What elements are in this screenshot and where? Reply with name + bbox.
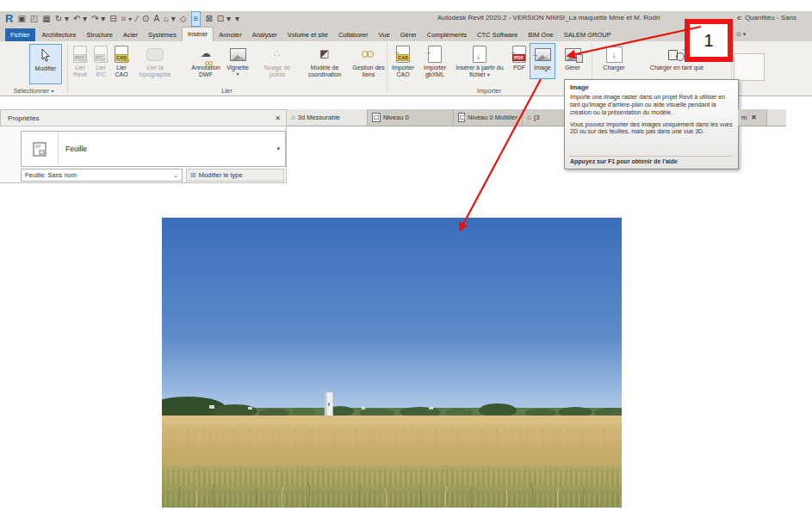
tab-salem-group[interactable]: SALEM GROUP [559,28,617,41]
ifc-file-icon: IFC [94,44,108,65]
tab-complements[interactable]: Compléments [422,28,472,41]
tab-ctc-software[interactable]: CTC Software [472,28,523,41]
edit-type-icon: ⊞ [190,171,196,179]
dwf-markup-icon: ☁ [201,44,211,65]
tab-volume-et-site[interactable]: Volume et site [282,28,333,41]
tab-architecture[interactable]: Architecture [37,28,82,41]
3d-view-icon: ⌂ [291,114,295,121]
annotation-dwf-button[interactable]: ☁ Annotation DWF [188,44,224,83]
panel-label-importer: Importer [387,87,592,95]
load-family-icon: ↓ [606,44,623,65]
vignette-button[interactable]: Vignette ▾ [224,44,251,83]
importer-cao-button[interactable]: →CAD Importer CAO [387,44,418,83]
step-number-box: 1 [685,19,733,62]
tooltip-paragraph-2: Vous pouvez importer des images uniqueme… [570,121,733,137]
sheet-type-icon [22,132,59,166]
view-tab-niveau-0-mobilier[interactable]: Niveau 0 Mobilier [454,109,523,126]
nuage-de-points-button: ∴ Nuage de points [257,44,298,83]
lier-topographie-button: Lier la topographie [133,44,177,83]
point-cloud-icon: ∴ [274,44,281,65]
window-title: Autodesk Revit 2020.2 - VERSION NIMSI_La… [437,14,685,22]
tab-collaborer[interactable]: Collaborer [333,28,374,41]
open-icon[interactable]: ◰ [30,12,38,26]
charger-button[interactable]: ↓ Charger [594,44,634,83]
tab-systemes[interactable]: Systèmes [143,28,182,41]
pdf-button[interactable]: →PDF PDF [508,44,530,83]
tooltip-title: Image [570,83,733,91]
type-selector[interactable]: Feuille ▾ [21,131,286,167]
panel-label-selectionner[interactable]: Sélectionner ▾ [0,87,67,95]
sync-icon[interactable]: ↻ ▾ [55,12,69,26]
cursor-icon [40,45,52,65]
tab-inserer[interactable]: Insérer [182,27,214,41]
3d-view-icon: ⌂ [527,114,531,121]
imported-photo-wheat-field [162,218,622,508]
instance-selector[interactable]: Feuille: Sans nom ⌄ [21,169,183,182]
import-gbxml-icon: → [428,44,442,65]
cad-file-link-icon: CAD [115,44,128,65]
modele-coordination-button[interactable]: ◩ Modèle de coordination [298,44,351,83]
tab-vue[interactable]: Vue [374,28,395,41]
thin-lines-icon[interactable]: ≡ [191,11,201,27]
insert-from-file-icon: ↓ [473,44,487,65]
view-tab-3d-partial[interactable]: ⌂ {3 [523,109,564,126]
view-tab-partial-right[interactable]: m ✕ [738,109,786,126]
modifier-button[interactable]: Modifier [29,44,62,84]
tooltip-paragraph-1: Importe une image raster dans un projet … [570,94,733,116]
panel-separator [67,43,68,93]
redo-icon[interactable]: ↷ ▾ [91,12,105,26]
render-icon[interactable]: ◇ [180,12,187,26]
decal-thumbnail-icon [230,44,246,65]
view-tab-3d-messurable[interactable]: ⌂ 3d Messurable [287,109,368,126]
water-tower [325,392,333,416]
pdf-file-icon: →PDF [512,44,526,65]
lier-cao-button[interactable]: CAD Lier CAO [110,44,133,83]
save-icon[interactable]: ▦ [42,12,50,26]
image-tooltip: Image Importe une image raster dans un p… [564,79,739,169]
panel-label-lier: Lier [67,87,387,95]
tab-fichier[interactable]: Fichier [5,28,35,41]
close-hidden-windows-icon[interactable]: ⊠ [205,12,212,26]
close-view-icon[interactable]: ✕ [751,114,756,121]
arrow-to-photo [460,79,541,231]
tab-acier[interactable]: Acier [118,28,143,41]
view-tab-edge [766,109,786,126]
revit-logo-icon[interactable]: R [5,12,13,26]
text-icon[interactable]: A [153,12,159,26]
lier-ifc-button: IFC Lier IFC [91,44,110,83]
tab-analyser[interactable]: Analyser [247,28,282,41]
measure-icon[interactable]: ⌗ ▾ [121,12,133,26]
undo-icon[interactable]: ↶ ▾ [73,12,87,26]
plan-view-icon [372,113,381,122]
tab-gerer[interactable]: Gérer [395,28,422,41]
importer-gbxml-button[interactable]: → Importer gbXML [418,44,451,83]
gestion-des-liens-button[interactable]: Gestion des liens [351,44,386,83]
tooltip-footer: Appuyez sur F1 pour obtenir de l'aide [570,156,733,166]
aligned-dimension-icon[interactable]: ∕ [136,12,138,26]
image-import-icon: → [535,44,551,65]
type-selector-caret-icon[interactable]: ▾ [276,145,280,152]
image-button[interactable]: → Image [530,43,555,79]
properties-header: Propriétés ✕ [0,109,287,126]
switch-windows-icon[interactable]: ⊡ ▾ [217,12,231,26]
manage-images-icon [565,44,581,65]
tab-bim-one[interactable]: BIM One [523,28,559,41]
view-tab-niveau-0[interactable]: Niveau 0 [368,109,454,126]
tab-annoter[interactable]: Annoter [214,28,246,41]
close-properties-icon[interactable]: ✕ [275,114,281,122]
topography-icon [146,44,164,65]
gerer-images-button[interactable]: Gérer [556,44,589,83]
default-3d-view-icon[interactable]: ⌂ ▾ [164,12,176,26]
customize-qat-icon[interactable]: ▾ [235,12,239,26]
modify-dropdown-icon[interactable]: ⊙ ▾ [736,31,746,38]
edit-type-button[interactable]: ⊞ Modifier le type [186,169,284,182]
print-icon[interactable]: ⊟ [109,12,116,26]
inserer-a-partir-du-fichier-button[interactable]: ↓ Insérer à partir du fichier ▾ [451,44,508,83]
coordination-model-icon: ◩ [319,44,329,65]
app-window-icon[interactable]: ▣ [17,12,25,26]
tab-structure[interactable]: Structure [82,28,118,41]
tag-icon[interactable]: ⊙ [142,12,149,26]
manage-links-icon [362,44,375,65]
modifier-label: Modifier [35,65,57,72]
lier-revit-button: RVT Lier Revit [69,44,91,83]
